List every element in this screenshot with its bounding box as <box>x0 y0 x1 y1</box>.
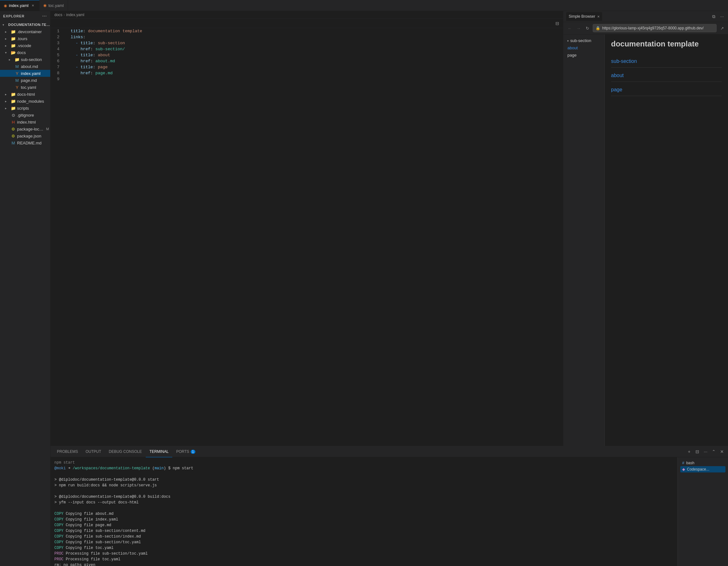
modified-badge: M <box>46 127 49 131</box>
terminal-line: COPY Copying file sub-section/index.md <box>54 534 674 539</box>
filter-icon[interactable]: ⊟ <box>554 20 561 27</box>
sidebar-label-readme: README.md <box>17 141 50 145</box>
split-terminal-icon[interactable]: ⊟ <box>694 448 701 455</box>
tab-problems[interactable]: PROBLEMS <box>53 446 82 457</box>
tab-output[interactable]: OUTPUT <box>82 446 105 457</box>
browser-nav-label-sub-section: sub-section <box>570 38 591 43</box>
yaml-file-icon: Y <box>15 71 20 76</box>
browser-nav-page[interactable]: page <box>564 52 604 59</box>
add-terminal-icon[interactable]: + <box>686 448 693 455</box>
explorer-title: EXPLORER <box>3 14 25 18</box>
terminal-line: COPY Copying file about.md <box>54 511 674 517</box>
terminal-line: PROC Processing file toc.yaml <box>54 557 674 562</box>
explorer-header: EXPLORER ··· <box>0 11 50 21</box>
sidebar-item-index-html[interactable]: ▸ H index.html <box>0 119 50 125</box>
close-terminal-icon[interactable]: ✕ <box>719 448 725 455</box>
editor-content[interactable]: 12345 6789 title: documentation template… <box>51 28 563 446</box>
tab-label-ports: PORTS <box>176 449 189 454</box>
more-options-icon[interactable]: ··· <box>42 14 47 19</box>
terminal-line: COPY Copying file page.md <box>54 522 674 528</box>
sidebar-item-devcontainer[interactable]: ▸ 📁 .devcontainer <box>0 28 50 35</box>
terminal-line: COPY Copying file sub-section/content.md <box>54 528 674 534</box>
forward-button[interactable]: → <box>575 25 582 32</box>
git-file-icon: ⊙ <box>11 113 16 118</box>
tab-terminal[interactable]: TERMINAL <box>146 446 173 457</box>
terminal-instance-label-codespace: Codespace... <box>687 467 709 472</box>
tab-index-yaml[interactable]: ◉ index.yaml ✕ <box>0 0 40 11</box>
browser-left-sidebar: ▸ sub-section about page <box>564 34 605 446</box>
browser-tab-bar: Simple Browser ✕ ⧉ ··· <box>564 11 728 22</box>
browser-link-page[interactable]: page <box>611 83 722 96</box>
sidebar-item-sub-section[interactable]: ▸ 📁 sub-section <box>0 56 50 63</box>
sidebar-item-package-lock[interactable]: ▸ ⚙ package-lock.json M <box>0 125 50 132</box>
tab-label-2: toc.yaml <box>48 3 64 8</box>
terminal-line: rm: no paths given <box>54 562 674 566</box>
separator-3 <box>611 96 722 96</box>
external-link-icon: ↗ <box>720 26 724 31</box>
breadcrumb-docs[interactable]: docs <box>54 13 62 17</box>
sidebar-label-package-lock: package-lock.json <box>17 127 45 131</box>
sidebar-item-readme[interactable]: ▸ M README.md <box>0 139 50 146</box>
browser-main-content[interactable]: documentation template sub-section about… <box>605 34 728 446</box>
explorer-header-icons: ··· <box>42 14 47 19</box>
url-bar[interactable]: 🔒 https://glorious-lamp-xj45rq4g9726q57-… <box>593 24 717 32</box>
sidebar-label-tours: .tours <box>17 36 50 41</box>
tree-root[interactable]: ▾ DOCUMENTATION-TEMPLATE [CODESPACES: G.… <box>0 21 50 28</box>
chevron-down-icon: ▾ <box>5 51 9 54</box>
sidebar-item-about-md[interactable]: ▸ M about.md <box>0 63 50 70</box>
code-area[interactable]: title: documentation template links: - t… <box>63 28 563 446</box>
sidebar-item-docs-html[interactable]: ▸ 📁 docs-html <box>0 91 50 98</box>
sidebar-label-docs-html: docs-html <box>17 92 50 97</box>
sidebar-item-tours[interactable]: ▸ 📁 .tours <box>0 35 50 42</box>
bash-icon: # <box>682 461 684 465</box>
terminal-line: COPY Copying file toc.yaml <box>54 545 674 551</box>
browser-nav-sub-section[interactable]: ▸ sub-section <box>564 37 604 44</box>
sidebar-item-index-yaml[interactable]: ▸ Y index.yaml <box>0 70 50 77</box>
terminal-instance-codespace[interactable]: ◆ Codespace... <box>680 466 725 472</box>
browser-nav-label-about: about <box>567 46 578 50</box>
browser-tab-icons: ⧉ ··· <box>710 13 725 20</box>
chevron-right-icon: ▸ <box>5 100 9 103</box>
tab-debug-console[interactable]: DEBUG CONSOLE <box>105 446 146 457</box>
browser-tab-simple[interactable]: Simple Browser ✕ <box>566 12 602 21</box>
maximize-terminal-icon[interactable]: ⌃ <box>710 448 717 455</box>
json-file-icon: ⚙ <box>11 126 16 131</box>
sidebar-item-package-json[interactable]: ▸ ⚙ package.json <box>0 132 50 139</box>
codespace-icon: ◆ <box>682 467 685 472</box>
separator-2 <box>611 82 722 82</box>
terminal-output[interactable]: npm start @moki ➜ /workspaces/documentat… <box>51 457 677 566</box>
terminal-content: npm start @moki ➜ /workspaces/documentat… <box>51 457 728 566</box>
separator <box>611 67 722 68</box>
tab-close-index-yaml[interactable]: ✕ <box>30 3 35 8</box>
terminal-instance-bash[interactable]: # bash <box>680 460 725 466</box>
browser-link-about[interactable]: about <box>611 69 722 82</box>
top-tab-bar: ◉ index.yaml ✕ ◉ toc.yaml <box>0 0 728 11</box>
main-layout: EXPLORER ··· ▾ DOCUMENTATION-TEMPLATE [C… <box>0 11 728 566</box>
tab-ports[interactable]: PORTS 1 <box>172 446 199 457</box>
sidebar-item-toc-yaml[interactable]: ▸ Y toc.yaml <box>0 84 50 91</box>
sidebar-item-page-md[interactable]: ▸ M page.md <box>0 77 50 84</box>
split-editor-icon[interactable]: ⧉ <box>710 13 717 20</box>
sidebar-label-sub-section: sub-section <box>21 57 50 62</box>
open-external-icon[interactable]: ↗ <box>719 25 725 32</box>
browser-section-sub-section: sub-section <box>611 55 722 68</box>
browser-link-sub-section[interactable]: sub-section <box>611 55 722 67</box>
sidebar-item-docs[interactable]: ▾ 📂 docs <box>0 49 50 56</box>
browser-tab-close-icon[interactable]: ✕ <box>597 15 600 18</box>
yaml-file-icon: ◉ <box>4 3 7 8</box>
breadcrumb-file[interactable]: index.yaml <box>66 13 84 17</box>
sidebar-item-scripts[interactable]: ▸ 📁 scripts <box>0 105 50 112</box>
editor-panel: docs › index.yaml ⊟ 12345 6789 title: do… <box>51 11 564 446</box>
sidebar-item-vscode[interactable]: ▸ 📁 .vscode <box>0 42 50 49</box>
more-actions-icon[interactable]: ··· <box>719 13 725 20</box>
refresh-button[interactable]: ↻ <box>584 25 591 32</box>
browser-nav-about[interactable]: about <box>564 44 604 52</box>
back-button[interactable]: ← <box>566 25 573 32</box>
tab-toc-yaml[interactable]: ◉ toc.yaml <box>40 0 68 11</box>
terminal-line: > yfm --input docs --output docs-html <box>54 500 674 505</box>
more-terminal-icon[interactable]: ··· <box>702 448 709 455</box>
forward-icon: → <box>577 26 581 31</box>
sidebar-item-gitignore[interactable]: ▸ ⊙ .gitignore <box>0 112 50 119</box>
sidebar-item-node-modules[interactable]: ▸ 📁 node_modules <box>0 98 50 105</box>
tab-label: index.yaml <box>9 3 28 8</box>
